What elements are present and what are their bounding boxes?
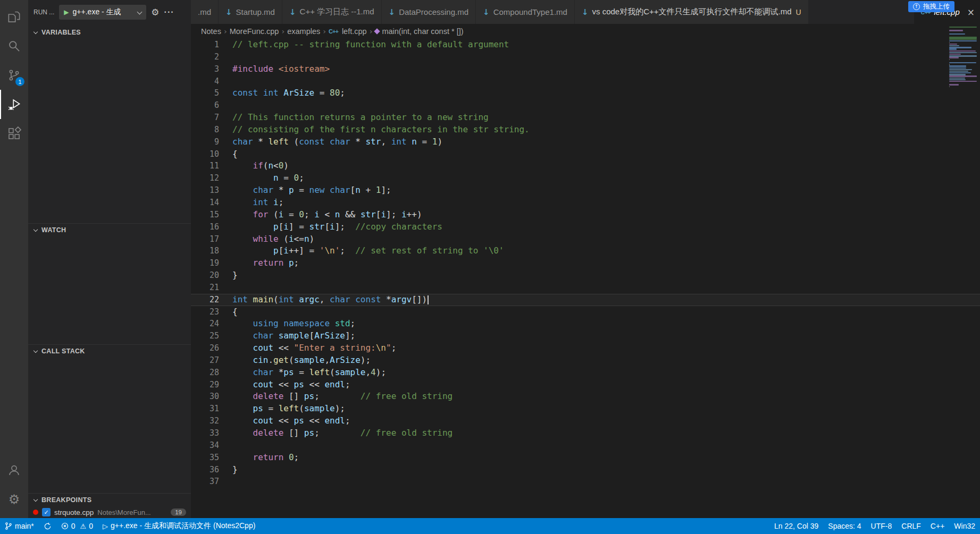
code-line[interactable]: 2 [191, 51, 980, 63]
editor-tab[interactable]: .md [191, 0, 218, 24]
line-number[interactable]: 20 [191, 269, 219, 282]
eol-indicator[interactable]: CRLF [897, 518, 926, 534]
line-number[interactable]: 2 [191, 51, 219, 63]
line-col-indicator[interactable]: Ln 22, Col 39 [769, 518, 823, 534]
line-number[interactable]: 32 [191, 415, 219, 427]
code-line[interactable]: 9char * left (const char * str, int n = … [191, 136, 980, 148]
code-line[interactable]: 17 while (i<=n) [191, 233, 980, 245]
breakpoint-row[interactable]: ✓ strquote.cpp Notes\MoreFun... 19 [28, 506, 191, 518]
debug-target-indicator[interactable]: ▷ g++.exe - 生成和调试活动文件 (Notes2Cpp) [98, 518, 260, 534]
code-line[interactable]: 16 p[i] = str[i]; //copy characters [191, 221, 980, 233]
code-line[interactable]: 22int main(int argc, char const *argv[]) [191, 294, 980, 306]
debug-gear-icon[interactable]: ⚙ [151, 7, 159, 18]
section-call-stack[interactable]: CALL STACK [28, 344, 191, 358]
start-debug-icon[interactable]: ▶ [64, 9, 69, 16]
encoding-indicator[interactable]: UTF-8 [866, 518, 897, 534]
line-number[interactable]: 13 [191, 184, 219, 197]
code-line[interactable]: 6 [191, 99, 980, 112]
editor-tab[interactable]: ↓C++ 学习日志 --1.md [282, 0, 381, 24]
editor-tab[interactable]: ↓DataProcessing.md [382, 0, 475, 24]
code-line[interactable]: 3#include <iostream> [191, 63, 980, 75]
breadcrumb-item[interactable]: examples [287, 27, 320, 36]
settings-gear-icon[interactable]: ⚙ [0, 485, 28, 514]
line-number[interactable]: 4 [191, 75, 219, 88]
line-number[interactable]: 7 [191, 112, 219, 124]
code-line[interactable]: 14 int i; [191, 197, 980, 209]
code-line[interactable]: 20} [191, 269, 980, 282]
code-line[interactable]: 31 ps = left(sample); [191, 403, 980, 415]
editor-tab[interactable]: ↓Startup.md [219, 0, 282, 24]
extensions-icon[interactable] [0, 119, 28, 148]
line-number[interactable]: 22 [191, 294, 219, 306]
code-line[interactable]: 34 [191, 439, 980, 452]
line-number[interactable]: 18 [191, 245, 219, 257]
problems-indicator[interactable]: 0 ⚠ 0 [56, 518, 98, 534]
code-line[interactable]: 15 for (i = 0; i < n && str[i]; i++) [191, 209, 980, 221]
line-number[interactable]: 21 [191, 282, 219, 294]
code-line[interactable]: 19 return p; [191, 257, 980, 269]
breadcrumb-item[interactable]: Notes [201, 27, 221, 36]
code-line[interactable]: 37 [191, 476, 980, 488]
line-number[interactable]: 36 [191, 464, 219, 476]
line-number[interactable]: 1 [191, 39, 219, 51]
code-line[interactable]: 10{ [191, 148, 980, 160]
code-line[interactable]: 5const int ArSize = 80; [191, 87, 980, 99]
line-number[interactable]: 9 [191, 136, 219, 148]
code-line[interactable]: 25 char sample[ArSize]; [191, 330, 980, 342]
code-line[interactable]: 12 n = 0; [191, 172, 980, 184]
minimap[interactable] [949, 27, 978, 89]
breakpoint-checkbox[interactable]: ✓ [42, 508, 51, 516]
code-line[interactable]: 28 char *ps = left(sample,4); [191, 367, 980, 379]
explorer-icon[interactable] [0, 2, 28, 31]
line-number[interactable]: 33 [191, 427, 219, 439]
line-number[interactable]: 29 [191, 379, 219, 391]
line-number[interactable]: 27 [191, 354, 219, 367]
code-line[interactable]: 8// consisting of the first n characters… [191, 124, 980, 136]
more-actions-icon[interactable]: ··· [164, 7, 174, 17]
line-number[interactable]: 14 [191, 197, 219, 209]
code-line[interactable]: 24 using namespace std; [191, 318, 980, 330]
branch-indicator[interactable]: main* [0, 518, 39, 534]
breadcrumb-item[interactable]: MoreFunc.cpp [230, 27, 279, 36]
code-editor[interactable]: 1// left.cpp -- string function with a d… [191, 39, 980, 518]
platform-indicator[interactable]: Win32 [949, 518, 980, 534]
line-number[interactable]: 17 [191, 233, 219, 245]
code-line[interactable]: 13 char * p = new char[n + 1]; [191, 184, 980, 197]
editor-tab[interactable]: ↓vs code对我的C++文件只生成可执行文件却不能调试.mdU [575, 0, 808, 24]
code-line[interactable]: 21 [191, 282, 980, 294]
search-icon[interactable] [0, 31, 28, 61]
accounts-icon[interactable] [0, 455, 28, 485]
line-number[interactable]: 11 [191, 160, 219, 172]
sync-button[interactable] [39, 518, 56, 534]
line-number[interactable]: 8 [191, 124, 219, 136]
code-line[interactable]: 33 delete [] ps; // free old string [191, 427, 980, 439]
drag-upload-button[interactable]: ↑ 拖拽上传 [908, 1, 954, 12]
code-line[interactable]: 11 if(n<0) [191, 160, 980, 172]
debug-config-dropdown[interactable]: ▶ g++.exe - 生成 [59, 5, 146, 20]
source-control-icon[interactable]: 1 [0, 61, 28, 90]
line-number[interactable]: 28 [191, 367, 219, 379]
line-number[interactable]: 5 [191, 87, 219, 99]
line-number[interactable]: 10 [191, 148, 219, 160]
section-variables[interactable]: VARIABLES [28, 26, 191, 39]
line-number[interactable]: 6 [191, 99, 219, 112]
line-number[interactable]: 25 [191, 330, 219, 342]
line-number[interactable]: 34 [191, 439, 219, 452]
line-number[interactable]: 12 [191, 172, 219, 184]
line-number[interactable]: 3 [191, 63, 219, 75]
section-watch[interactable]: WATCH [28, 223, 191, 236]
line-number[interactable]: 23 [191, 306, 219, 318]
language-indicator[interactable]: C++ [926, 518, 949, 534]
code-line[interactable]: 27 cin.get(sample,ArSize); [191, 354, 980, 367]
code-line[interactable]: 30 delete [] ps; // free old string [191, 391, 980, 403]
code-line[interactable]: 26 cout << "Enter a string:\n"; [191, 342, 980, 354]
close-icon[interactable]: × [967, 7, 975, 18]
line-number[interactable]: 26 [191, 342, 219, 354]
line-number[interactable]: 37 [191, 476, 219, 488]
line-number[interactable]: 15 [191, 209, 219, 221]
line-number[interactable]: 31 [191, 403, 219, 415]
code-line[interactable]: 23{ [191, 306, 980, 318]
code-line[interactable]: 18 p[i++] = '\n'; // set rest of string … [191, 245, 980, 257]
code-line[interactable]: 32 cout << ps << endl; [191, 415, 980, 427]
code-line[interactable]: 36} [191, 464, 980, 476]
